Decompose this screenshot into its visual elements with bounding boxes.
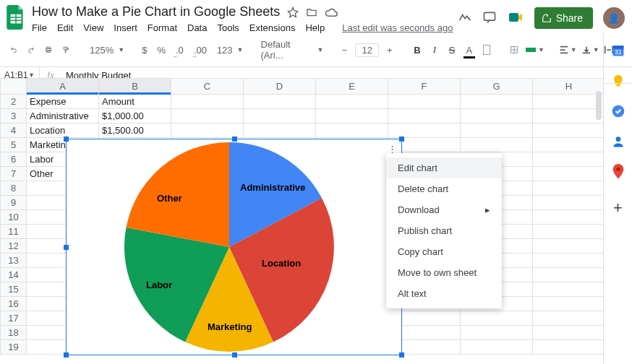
cell[interactable]: Expense xyxy=(27,95,99,109)
col-header-d[interactable]: D xyxy=(244,79,316,95)
menu-help[interactable]: Help xyxy=(305,22,325,33)
resize-handle[interactable] xyxy=(232,352,237,358)
row-header[interactable]: 19 xyxy=(1,340,27,355)
maps-icon[interactable] xyxy=(611,165,625,179)
menu-tools[interactable]: Tools xyxy=(217,22,239,33)
account-avatar[interactable]: 👤 xyxy=(603,7,625,29)
paint-format-icon[interactable] xyxy=(59,42,72,58)
last-edit-link[interactable]: Last edit was seconds ago xyxy=(342,22,453,33)
row-header[interactable]: 5 xyxy=(1,138,27,152)
resize-handle[interactable] xyxy=(399,136,404,142)
row-header[interactable]: 13 xyxy=(1,254,27,268)
vertical-align-button[interactable]: ▼ xyxy=(581,45,599,55)
row-header[interactable]: 18 xyxy=(1,326,27,340)
undo-icon[interactable] xyxy=(7,42,20,58)
bold-button[interactable]: B xyxy=(411,43,424,58)
share-button[interactable]: Share xyxy=(534,7,593,29)
font-family-dropdown[interactable]: Default (Ari...▼ xyxy=(258,38,324,62)
ctx-edit-chart[interactable]: Edit chart xyxy=(386,157,502,178)
col-header-e[interactable]: E xyxy=(316,79,388,95)
comments-icon[interactable] xyxy=(482,10,497,27)
cell[interactable]: Location xyxy=(27,124,99,138)
increase-decimal-button[interactable]: .00→ xyxy=(191,43,210,57)
vertical-scrollbar[interactable] xyxy=(593,78,603,121)
cell[interactable]: $1,000.00 xyxy=(99,109,171,124)
document-title[interactable]: How to Make a Pie Chart in Google Sheets xyxy=(32,4,280,20)
row-header[interactable]: 11 xyxy=(1,225,27,239)
font-size-decrease[interactable]: − xyxy=(338,43,351,58)
cell[interactable]: Amount xyxy=(99,95,171,109)
row-header[interactable]: 14 xyxy=(1,268,27,282)
col-header-f[interactable]: F xyxy=(388,79,461,95)
move-to-folder-icon[interactable] xyxy=(306,6,317,18)
row-header[interactable]: 16 xyxy=(1,297,27,311)
tasks-icon[interactable] xyxy=(611,104,625,118)
ctx-copy-chart[interactable]: Copy chart xyxy=(386,241,502,262)
resize-handle[interactable] xyxy=(64,245,69,250)
ctx-delete-chart[interactable]: Delete chart xyxy=(386,178,502,199)
menu-file[interactable]: File xyxy=(32,22,47,33)
ctx-move-own-sheet[interactable]: Move to own sheet xyxy=(386,262,502,283)
redo-icon[interactable] xyxy=(25,42,38,58)
row-header[interactable]: 10 xyxy=(1,210,27,225)
menu-edit[interactable]: Edit xyxy=(57,22,73,33)
add-addon-icon[interactable]: + xyxy=(611,201,625,215)
cell[interactable]: Administrative xyxy=(27,109,99,124)
col-header-a[interactable]: A xyxy=(27,79,99,95)
resize-handle[interactable] xyxy=(64,352,69,358)
sheets-app-icon[interactable] xyxy=(6,4,26,30)
ctx-alt-text[interactable]: Alt text xyxy=(386,283,502,304)
menu-insert[interactable]: Insert xyxy=(114,22,137,33)
contacts-icon[interactable] xyxy=(611,134,625,149)
activity-icon[interactable] xyxy=(458,10,472,27)
col-header-g[interactable]: G xyxy=(461,79,533,95)
row-header[interactable]: 12 xyxy=(1,239,27,254)
zoom-dropdown[interactable]: 125%▼ xyxy=(87,43,124,57)
horizontal-align-button[interactable]: ▼ xyxy=(559,45,577,55)
resize-handle[interactable] xyxy=(64,136,69,142)
menu-extensions[interactable]: Extensions xyxy=(249,22,296,33)
fill-color-button[interactable] xyxy=(480,43,493,57)
font-size-input[interactable]: 12 xyxy=(355,43,378,57)
cell[interactable]: $1,500.00 xyxy=(99,124,171,138)
italic-button[interactable]: I xyxy=(428,42,441,58)
number-format-dropdown[interactable]: 123▼ xyxy=(214,43,244,57)
row-header[interactable]: 7 xyxy=(1,167,27,181)
strikethrough-button[interactable]: S xyxy=(445,43,458,58)
row-header[interactable]: 6 xyxy=(1,152,27,167)
side-panel: 31 + xyxy=(603,33,632,364)
menu-view[interactable]: View xyxy=(83,22,103,33)
cloud-saved-icon[interactable] xyxy=(325,7,338,17)
ctx-publish-chart[interactable]: Publish chart xyxy=(386,220,502,241)
borders-button[interactable] xyxy=(508,42,521,58)
svg-rect-1 xyxy=(484,12,495,20)
col-header-b[interactable]: B xyxy=(99,79,171,95)
col-header-c[interactable]: C xyxy=(171,79,244,95)
menu-format[interactable]: Format xyxy=(148,22,177,33)
resize-handle[interactable] xyxy=(232,136,237,142)
merge-cells-button[interactable]: ▼ xyxy=(525,44,545,56)
row-header[interactable]: 17 xyxy=(1,311,27,326)
row-header[interactable]: 2 xyxy=(1,95,27,109)
font-size-increase[interactable]: + xyxy=(383,43,396,58)
row-header[interactable]: 9 xyxy=(1,196,27,210)
keep-icon[interactable] xyxy=(611,74,625,88)
slice-label-location: Location xyxy=(262,258,301,269)
format-currency-button[interactable]: $ xyxy=(139,43,150,57)
star-icon[interactable] xyxy=(287,6,299,18)
print-icon[interactable] xyxy=(42,42,55,58)
decrease-decimal-button[interactable]: .0← xyxy=(173,43,187,57)
format-percent-button[interactable]: % xyxy=(154,43,168,57)
calendar-icon[interactable]: 31 xyxy=(611,43,625,58)
select-all-corner[interactable] xyxy=(1,79,27,95)
meet-icon[interactable] xyxy=(507,9,524,28)
row-header[interactable]: 8 xyxy=(1,181,27,196)
resize-handle[interactable] xyxy=(399,352,404,358)
ctx-download[interactable]: Download▸ xyxy=(386,199,502,220)
menu-data[interactable]: Data xyxy=(187,22,207,33)
embedded-pie-chart[interactable]: ⋮ Administrative Location Marketing Labo… xyxy=(66,139,402,355)
row-header[interactable]: 15 xyxy=(1,282,27,297)
row-header[interactable]: 4 xyxy=(1,124,27,138)
row-header[interactable]: 3 xyxy=(1,109,27,124)
text-color-button[interactable]: A xyxy=(463,43,476,58)
